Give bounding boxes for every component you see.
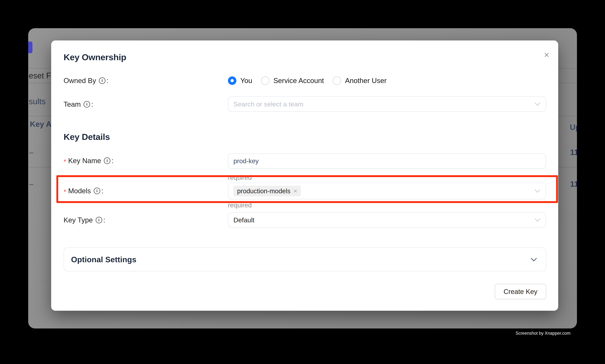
colon: : [91, 100, 93, 108]
dimmed-blue-button-fragment [28, 42, 32, 53]
colon: : [101, 187, 103, 195]
chevron-down-icon [535, 187, 540, 193]
table-cell-dash: – [29, 180, 33, 188]
info-icon[interactable]: i [84, 101, 90, 108]
colon: : [112, 157, 114, 165]
chevron-down-icon [531, 255, 537, 261]
models-label: * Models i : [64, 187, 103, 195]
colon: : [103, 216, 105, 224]
key-name-value: prod-key [233, 157, 259, 165]
table-cell-date-partial: 11/ [570, 148, 577, 157]
key-name-label: * Key Name i : [64, 157, 114, 165]
chevron-down-icon [535, 216, 540, 222]
key-type-label-text: Key Type [64, 216, 93, 224]
table-header-updated-partial: Up [570, 123, 577, 132]
create-key-button[interactable]: Create Key [495, 284, 546, 299]
optional-settings-title: Optional Settings [71, 255, 136, 264]
key-type-select[interactable]: Default [228, 212, 546, 228]
radio-option-another-user[interactable]: Another User [333, 77, 387, 85]
key-name-input[interactable]: prod-key [228, 153, 546, 169]
radio-option-service-account[interactable]: Service Account [261, 77, 324, 85]
team-select[interactable]: Search or select a team [228, 96, 546, 112]
info-icon[interactable]: i [99, 78, 105, 84]
create-key-modal: × Key Ownership Owned By i : You Service… [51, 40, 558, 311]
radio-unselected-icon[interactable] [261, 77, 269, 85]
radio-label: Another User [345, 77, 387, 85]
table-cell-dash: – [29, 148, 33, 156]
watermark: Screenshot by Xnapper.com [516, 331, 570, 336]
radio-option-you[interactable]: You [228, 77, 252, 85]
team-label-text: Team [64, 100, 81, 108]
info-icon[interactable]: i [104, 157, 110, 164]
optional-settings-panel[interactable]: Optional Settings [64, 247, 546, 271]
radio-label: You [240, 77, 252, 85]
chevron-down-icon [535, 100, 540, 106]
radio-selected-icon[interactable] [228, 77, 236, 85]
model-tag-label: production-models [237, 187, 290, 195]
models-multiselect[interactable]: production-models × [228, 183, 546, 199]
close-icon[interactable]: × [542, 51, 551, 59]
owned-by-label: Owned By i : [64, 77, 109, 85]
key-name-required-hint: required [228, 174, 252, 181]
results-count-partial: sults [29, 97, 46, 106]
team-select-placeholder: Search or select a team [233, 100, 303, 108]
team-label: Team i : [64, 100, 93, 108]
owned-by-label-text: Owned By [64, 77, 96, 85]
colon: : [107, 77, 109, 85]
screenshot-canvas: eset Filt sults Key Alia Up – 11/ – 11/ … [0, 0, 605, 364]
owned-by-radio-group: You Service Account Another User [228, 77, 387, 85]
tag-remove-icon[interactable]: × [294, 188, 297, 194]
model-tag-production-models: production-models × [233, 186, 301, 196]
section-title-key-ownership: Key Ownership [64, 52, 126, 62]
radio-unselected-icon[interactable] [333, 77, 341, 85]
radio-label: Service Account [273, 77, 324, 85]
key-name-label-text: Key Name [68, 157, 101, 165]
table-cell-date-partial: 11/ [570, 180, 577, 188]
models-required-hint: required [228, 201, 252, 209]
required-marker: * [64, 158, 66, 166]
info-icon[interactable]: i [96, 217, 102, 223]
key-type-label: Key Type i : [64, 216, 105, 224]
section-title-key-details: Key Details [64, 132, 110, 142]
models-label-text: Models [68, 187, 91, 195]
required-marker: * [64, 188, 66, 196]
key-type-value: Default [233, 216, 254, 224]
info-icon[interactable]: i [94, 188, 100, 194]
